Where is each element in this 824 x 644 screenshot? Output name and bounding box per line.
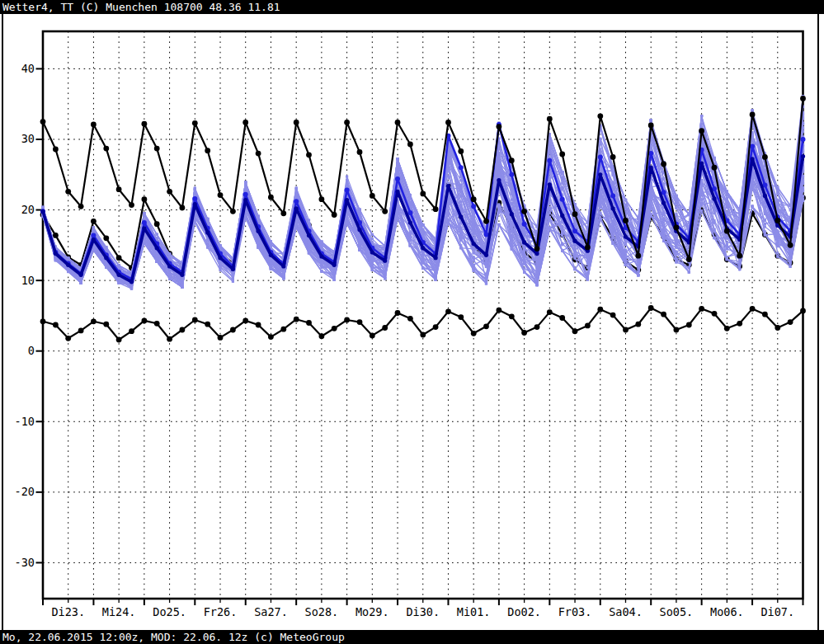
x-tick-label: Mo29. xyxy=(355,605,389,618)
x-tick-label: Mi24. xyxy=(102,605,136,618)
y-tick-label: 30 xyxy=(21,132,35,145)
y-tick-label: -20 xyxy=(15,485,35,498)
x-tick-label: Di07. xyxy=(760,605,794,618)
x-tick-label: Di23. xyxy=(51,605,85,618)
x-tick-label: Sa27. xyxy=(254,605,288,618)
x-tick-label: Do02. xyxy=(507,605,541,618)
plot-frame xyxy=(43,31,803,599)
x-tick-label: Fr03. xyxy=(558,605,592,618)
title-bar: Wetter4, TT (C) Muenchen 108700 48.36 11… xyxy=(0,0,824,14)
x-tick-label: Mi01. xyxy=(457,605,491,618)
x-tick-label: So28. xyxy=(305,605,339,618)
grid xyxy=(43,31,803,599)
x-tick-label: Do25. xyxy=(153,605,186,618)
x-tick-label: Sa04. xyxy=(609,605,643,618)
temperature-ensemble-meteogram: 403020100-10-20-30Di23.Mi24.Do25.Fr26.Sa… xyxy=(0,0,824,644)
y-tick-label: 40 xyxy=(21,62,35,75)
y-tick-label: 0 xyxy=(28,344,35,357)
y-tick-label: 20 xyxy=(21,203,35,216)
x-tick-label: Di30. xyxy=(406,605,440,618)
status-bar: Mo, 22.06.2015 12:00z, MOD: 22.06. 12z (… xyxy=(0,630,824,644)
window-title: Wetter4, TT (C) Muenchen 108700 48.36 11… xyxy=(0,1,280,13)
y-tick-label: -10 xyxy=(15,415,35,428)
window-border-right xyxy=(817,14,819,630)
y-tick-label: -30 xyxy=(15,556,35,569)
y-tick-label: 10 xyxy=(21,274,35,287)
x-tick-label: Mo06. xyxy=(710,605,744,618)
x-tick-label: So05. xyxy=(660,605,694,618)
status-text: Mo, 22.06.2015 12:00z, MOD: 22.06. 12z (… xyxy=(0,631,345,643)
window-border-left xyxy=(2,14,3,630)
x-tick-label: Fr26. xyxy=(204,605,238,618)
